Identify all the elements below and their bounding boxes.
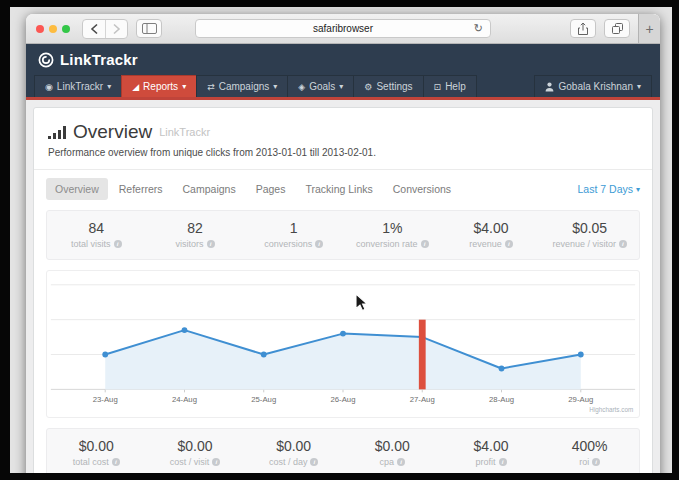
overview-card: Overview LinkTrackr Performance overview… — [33, 107, 653, 473]
info-icon[interactable]: i — [114, 240, 122, 248]
stat-label: conversions — [264, 239, 312, 249]
data-point[interactable] — [182, 327, 188, 333]
info-icon[interactable]: i — [397, 458, 405, 466]
stat-cpa: $0.00 cpai — [343, 438, 442, 467]
stat-label: cpa — [380, 457, 395, 467]
data-point[interactable] — [578, 352, 584, 358]
stats-row-bottom: $0.00 total costi $0.00 cost / visiti $0… — [46, 428, 640, 473]
data-point[interactable] — [340, 331, 346, 337]
chevron-down-icon: ▾ — [273, 82, 277, 91]
stat-value: 84 — [47, 220, 146, 236]
stat-revenue: $4.00 revenuei — [442, 220, 541, 249]
nav-label: Reports — [143, 81, 178, 92]
page-title: Overview — [73, 121, 152, 143]
stat-profit: $4.00 profiti — [442, 438, 541, 467]
nav-item-help[interactable]: ⊡ Help — [423, 75, 477, 97]
x-axis-label: 28-Aug — [489, 395, 514, 404]
info-icon[interactable]: i — [421, 240, 429, 248]
stat-conversions: 1 conversionsi — [244, 220, 343, 249]
conversion-bar[interactable] — [419, 320, 426, 390]
new-tab-button[interactable]: + — [638, 14, 660, 43]
stat-value: $0.00 — [47, 438, 146, 454]
stat-value: $0.00 — [244, 438, 343, 454]
user-menu[interactable]: Gobala Krishnan ▾ — [534, 75, 652, 97]
sidebar-toggle-button[interactable] — [136, 19, 162, 38]
tabs-icon — [611, 22, 624, 35]
info-icon[interactable]: i — [505, 240, 513, 248]
desktop-background: safaribrowser ↻ + — [10, 7, 672, 473]
x-axis-label: 24-Aug — [172, 395, 197, 404]
tab-overview[interactable]: Overview — [46, 178, 108, 200]
person-icon — [545, 82, 554, 92]
data-point[interactable] — [499, 366, 505, 372]
stat-label: cost / day — [269, 457, 308, 467]
stat-label: profit — [475, 457, 495, 467]
close-button[interactable] — [36, 25, 44, 33]
stat-total-visits: 84 total visitsi — [47, 220, 146, 249]
info-icon[interactable]: i — [499, 458, 507, 466]
sidebar-icon — [142, 23, 157, 34]
info-icon[interactable]: i — [619, 240, 627, 248]
x-axis-label: 25-Aug — [251, 395, 276, 404]
info-icon[interactable]: i — [212, 458, 220, 466]
info-icon[interactable]: i — [207, 240, 215, 248]
zoom-button[interactable] — [62, 25, 70, 33]
forward-button[interactable] — [105, 20, 127, 38]
nav-item-linktrackr[interactable]: ◉ LinkTrackr ▾ — [34, 75, 122, 97]
stat-label: total cost — [73, 457, 109, 467]
x-axis-label: 26-Aug — [331, 395, 356, 404]
address-bar[interactable]: safaribrowser ↻ — [195, 19, 491, 38]
chart-icon: ◢ — [132, 82, 139, 92]
chevron-down-icon: ▾ — [182, 82, 186, 91]
overview-chart: 23-Aug24-Aug25-Aug26-Aug27-Aug28-Aug29-A… — [46, 270, 640, 418]
share-icon — [577, 22, 589, 36]
stat-cost-visit: $0.00 cost / visiti — [146, 438, 245, 467]
plus-icon: + — [645, 21, 653, 37]
stat-roi: 400% roii — [540, 438, 639, 467]
reload-icon[interactable]: ↻ — [474, 20, 483, 38]
stat-value: 400% — [540, 438, 639, 454]
nav-item-goals[interactable]: ◈ Goals ▾ — [287, 75, 354, 97]
forward-icon — [112, 23, 121, 35]
site-header: LinkTrackr ◉ LinkTrackr ▾ ◢ Reports ▾ ⇄ — [26, 44, 660, 100]
visits-area — [105, 330, 581, 389]
tab-pages[interactable]: Pages — [247, 178, 295, 200]
stat-value: $4.00 — [442, 438, 541, 454]
bar-chart-icon — [48, 125, 66, 139]
nav-label: Settings — [376, 81, 412, 92]
date-range-label: Last 7 Days — [578, 183, 633, 195]
highcharts-credit[interactable]: Highcharts.com — [589, 406, 633, 414]
data-point[interactable] — [261, 352, 267, 358]
tab-conversions[interactable]: Conversions — [384, 178, 460, 200]
minimize-button[interactable] — [49, 25, 57, 33]
stats-row-top: 84 total visitsi 82 visitorsi 1 conversi… — [46, 210, 640, 260]
page-subtitle: Performance overview from unique clicks … — [48, 147, 638, 158]
info-icon[interactable]: i — [592, 458, 600, 466]
stat-value: $0.00 — [343, 438, 442, 454]
tab-referrers[interactable]: Referrers — [110, 178, 172, 200]
mouse-cursor — [355, 293, 368, 311]
info-icon[interactable]: i — [310, 458, 318, 466]
nav-item-settings[interactable]: ⚙ Settings — [353, 75, 423, 97]
date-range-dropdown[interactable]: Last 7 Days ▾ — [578, 183, 640, 195]
back-button[interactable] — [83, 20, 105, 38]
target-icon: ◈ — [298, 82, 305, 92]
nav-item-campaigns[interactable]: ⇄ Campaigns ▾ — [196, 75, 288, 97]
tab-overview-button[interactable] — [604, 19, 630, 38]
tab-campaigns[interactable]: Campaigns — [174, 178, 245, 200]
x-axis-label: 29-Aug — [568, 395, 593, 404]
stat-value: 1 — [244, 220, 343, 236]
brand-name[interactable]: LinkTrackr — [60, 51, 138, 68]
stat-label: cost / visit — [170, 457, 210, 467]
share-button[interactable] — [570, 19, 596, 38]
main-nav: ◉ LinkTrackr ▾ ◢ Reports ▾ ⇄ Campaigns ▾ — [26, 75, 660, 100]
data-point[interactable] — [102, 352, 108, 358]
tab-tracking-links[interactable]: Tracking Links — [296, 178, 381, 200]
x-axis-label: 23-Aug — [93, 395, 118, 404]
title-block: Overview LinkTrackr Performance overview… — [34, 108, 652, 169]
nav-item-reports[interactable]: ◢ Reports ▾ — [121, 75, 197, 97]
nav-label: Campaigns — [219, 81, 270, 92]
info-icon[interactable]: i — [112, 458, 120, 466]
info-icon[interactable]: i — [315, 240, 323, 248]
brand-row: LinkTrackr — [26, 44, 660, 73]
